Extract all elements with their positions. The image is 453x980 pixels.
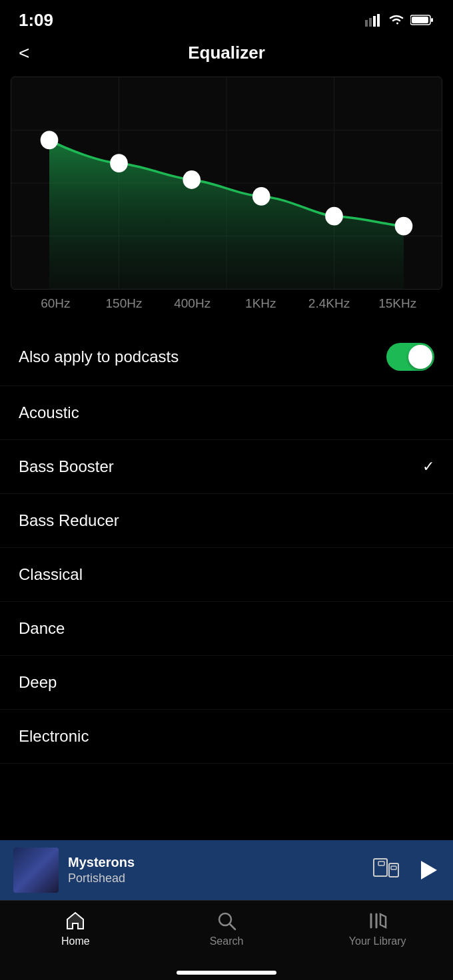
podcast-toggle[interactable] [386,343,434,371]
connect-device-icon[interactable] [373,858,400,882]
eq-curve-svg [11,77,442,289]
status-bar: 1:09 [0,0,453,36]
preset-item-dance[interactable]: Dance [0,602,453,656]
svg-marker-23 [421,861,437,879]
now-playing-controls [373,858,440,882]
svg-rect-5 [431,18,433,22]
svg-point-15 [183,170,201,189]
eq-label-150hz: 150Hz [90,296,159,311]
nav-item-search[interactable]: Search [151,910,302,947]
svg-rect-0 [365,20,368,27]
preset-item-bass-booster[interactable]: Bass Booster ✓ [0,440,453,494]
svg-point-16 [252,187,270,206]
svg-point-18 [395,217,413,236]
nav-item-home[interactable]: Home [0,910,151,947]
now-playing-bar[interactable]: Mysterons Portishead [0,840,453,900]
toggle-knob [408,345,432,369]
equalizer-graph[interactable] [11,77,442,290]
signal-icon [365,13,382,27]
nav-label-home: Home [61,935,90,947]
preset-name-bass-reducer: Bass Reducer [19,511,119,530]
podcast-toggle-label: Also apply to podcasts [19,348,179,366]
eq-label-1khz: 1KHz [226,296,295,311]
track-name: Mysterons [68,855,364,870]
preset-name-deep: Deep [19,673,57,692]
play-button[interactable] [416,858,440,882]
preset-name-classical: Classical [19,565,83,584]
svg-point-14 [110,154,128,172]
preset-item-bass-reducer[interactable]: Bass Reducer [0,494,453,548]
track-info: Mysterons Portishead [68,855,364,885]
page-title: Equalizer [188,43,265,63]
nav-label-library: Your Library [349,935,406,947]
svg-rect-3 [377,14,380,27]
svg-rect-21 [389,863,398,877]
bottom-navigation: Home Search Your Library [0,900,453,980]
search-icon [216,910,237,931]
home-icon [65,910,86,931]
preset-name-electronic: Electronic [19,727,89,746]
podcast-toggle-row[interactable]: Also apply to podcasts [0,328,453,386]
nav-label-search: Search [210,935,244,947]
eq-label-60hz: 60Hz [21,296,90,311]
wifi-icon [388,13,405,27]
preset-name-bass-booster: Bass Booster [19,457,114,476]
page-header: < Equalizer [0,36,453,77]
eq-label-400hz: 400Hz [158,296,226,311]
eq-label-15khz: 15KHz [363,296,432,311]
svg-rect-20 [378,861,384,865]
selected-checkmark: ✓ [422,458,434,475]
preset-name-dance: Dance [19,619,65,638]
preset-name-acoustic: Acoustic [19,403,79,422]
settings-section: Also apply to podcasts Acoustic Bass Boo… [0,328,453,764]
preset-item-acoustic[interactable]: Acoustic [0,386,453,440]
svg-line-25 [230,924,235,929]
preset-item-electronic[interactable]: Electronic [0,710,453,764]
svg-rect-1 [369,18,372,27]
preset-list: Acoustic Bass Booster ✓ Bass Reducer Cla… [0,386,453,764]
artist-name: Portishead [68,871,364,885]
status-icons [365,13,434,27]
svg-rect-6 [412,17,428,23]
status-time: 1:09 [19,10,53,31]
svg-point-13 [41,130,59,149]
preset-item-classical[interactable]: Classical [0,548,453,602]
battery-icon [410,13,434,27]
eq-frequency-labels: 60Hz 150Hz 400Hz 1KHz 2.4KHz 15KHz [11,290,442,315]
svg-point-17 [325,207,343,226]
svg-rect-22 [391,866,396,869]
eq-label-2-4khz: 2.4KHz [295,296,364,311]
home-indicator [177,971,276,975]
back-button[interactable]: < [19,43,29,64]
svg-rect-2 [373,16,376,27]
nav-item-library[interactable]: Your Library [302,910,453,947]
album-art-image [13,848,59,893]
library-icon [367,910,388,931]
album-art [13,848,59,893]
preset-item-deep[interactable]: Deep [0,656,453,710]
